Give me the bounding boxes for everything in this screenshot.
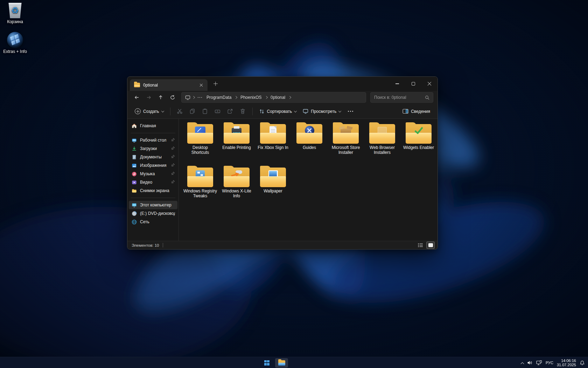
status-divider	[163, 243, 163, 247]
items-count: Элементов: 10	[132, 243, 159, 247]
screenshots-folder-icon	[131, 188, 137, 193]
speaker-icon	[527, 360, 533, 365]
explorer-window: 0ptional ProgramData PhoenixO	[127, 76, 438, 250]
maximize-button[interactable]	[405, 77, 421, 91]
volume-button[interactable]	[527, 357, 533, 368]
chevron-right-icon	[288, 96, 291, 99]
sidebar-item-videos[interactable]: Видео	[129, 178, 177, 186]
details-view-icon	[418, 243, 423, 247]
pin-icon	[171, 180, 175, 185]
share-icon	[227, 108, 233, 114]
file-tile-microsoft-store-installer[interactable]: Microsoft Store Installer	[328, 123, 364, 166]
breadcrumb-programdata[interactable]: ProgramData	[205, 94, 233, 101]
taskbar: РУС 14:06:16 31.07.2025	[0, 357, 588, 368]
close-icon	[427, 81, 432, 86]
sidebar-item-network[interactable]: Сеть	[129, 218, 177, 226]
breadcrumb-phoenixos[interactable]: PhoenixOS	[239, 94, 263, 101]
network-button[interactable]	[536, 357, 542, 368]
delete-button[interactable]	[237, 106, 249, 117]
paste-button[interactable]	[199, 106, 211, 117]
desktop-icon-label: Корзина	[0, 20, 30, 24]
this-pc-icon	[131, 202, 137, 208]
search-placeholder: Поиск в: 0ptional	[374, 95, 425, 100]
large-icons-view-toggle[interactable]	[427, 242, 434, 248]
back-button[interactable]	[131, 92, 143, 103]
sidebar-item-screenshots[interactable]: Снимки экрана	[129, 186, 177, 195]
sidebar-item-pictures[interactable]: Изображения	[129, 161, 177, 170]
search-input[interactable]: Поиск в: 0ptional	[370, 92, 433, 103]
view-button[interactable]: Просмотреть	[300, 107, 344, 116]
sidebar-item-downloads[interactable]: Загрузки	[129, 144, 177, 153]
file-tile-fix-xbox-sign-in[interactable]: Fix Xbox Sign In	[255, 123, 291, 166]
details-pane-button[interactable]: Сведения	[399, 107, 433, 116]
tab-close-icon[interactable]	[198, 82, 205, 89]
details-panel-icon	[402, 109, 408, 114]
forward-icon	[146, 95, 152, 100]
folder-icon	[369, 124, 395, 144]
details-label: Сведения	[411, 109, 430, 114]
share-button[interactable]	[224, 106, 237, 117]
desktop-icon-recycle-bin[interactable]: Корзина	[0, 3, 30, 24]
minimize-button[interactable]	[389, 77, 405, 91]
close-button[interactable]	[421, 77, 438, 91]
sidebar-item-desktop[interactable]: Рабочий стол	[129, 136, 177, 144]
notifications-button[interactable]	[580, 357, 585, 368]
file-tile-wallpaper[interactable]: Wallpaper	[255, 166, 291, 210]
pin-icon	[171, 138, 175, 143]
breadcrumb-0ptional[interactable]: 0ptional	[269, 94, 287, 101]
create-button[interactable]: Создать	[132, 106, 167, 116]
navigation-bar: ProgramData PhoenixOS 0ptional Поиск в: …	[127, 91, 438, 104]
sidebar-divider	[131, 133, 175, 133]
sidebar-item-dvd-drive[interactable]: (E:) DVD-дисковод -	[129, 209, 177, 218]
pin-icon	[171, 146, 175, 151]
file-tile-web-browser-installers[interactable]: Web Browser Installers	[364, 123, 400, 166]
tray-overflow-button[interactable]	[521, 357, 524, 368]
titlebar: 0ptional	[127, 77, 438, 91]
documents-icon	[131, 154, 137, 160]
refresh-icon	[170, 95, 175, 100]
up-button[interactable]	[155, 92, 167, 103]
folder-icon	[187, 168, 213, 187]
copy-button[interactable]	[186, 106, 199, 117]
file-list-area: Desktop Shortcuts Enable Printing Fix Xb…	[179, 119, 438, 241]
file-tile-windows-x-lite-info[interactable]: Windows X-Lite Info	[218, 166, 255, 210]
folder-icon	[260, 168, 286, 187]
refresh-button[interactable]	[167, 92, 178, 103]
forward-button[interactable]	[143, 92, 155, 103]
new-tab-button[interactable]	[211, 79, 220, 88]
sidebar-item-home[interactable]: Главная	[129, 122, 177, 130]
sort-arrows-icon	[259, 109, 265, 114]
sidebar-divider	[131, 198, 175, 198]
language-indicator[interactable]: РУС	[546, 361, 553, 365]
sidebar-item-documents[interactable]: Документы	[129, 153, 177, 161]
file-tile-windows-registry-tweaks[interactable]: Windows Registry Tweaks	[182, 166, 218, 210]
clock[interactable]: 14:06:16 31.07.2025	[557, 359, 576, 367]
folder-icon	[260, 124, 286, 144]
more-options-button[interactable]	[344, 106, 357, 117]
rename-button[interactable]: A	[211, 106, 224, 117]
file-tile-widgets-enabler[interactable]: Widgets Enabler	[400, 123, 437, 166]
file-tile-guides[interactable]: Guides	[291, 123, 328, 166]
downloads-icon	[131, 146, 137, 151]
view-label: Просмотреть	[311, 109, 336, 114]
address-bar[interactable]: ProgramData PhoenixOS 0ptional	[181, 92, 366, 103]
details-view-toggle[interactable]	[416, 242, 424, 248]
sort-button[interactable]: Сортировать	[256, 107, 300, 116]
tab-0ptional[interactable]: 0ptional	[130, 79, 208, 91]
cut-button[interactable]	[174, 106, 186, 117]
file-tile-enable-printing[interactable]: Enable Printing	[218, 123, 255, 166]
bell-icon	[580, 360, 585, 366]
file-tile-desktop-shortcuts[interactable]: Desktop Shortcuts	[182, 123, 218, 166]
green-check-overlay-icon	[414, 125, 423, 135]
start-button[interactable]	[260, 358, 273, 368]
desktop-folder-icon	[131, 137, 137, 143]
taskbar-file-explorer-button[interactable]	[275, 358, 288, 368]
network-icon	[131, 219, 137, 225]
home-icon	[131, 123, 137, 129]
rename-icon: A	[215, 108, 220, 114]
breadcrumb-ellipsis-icon[interactable]	[197, 97, 203, 98]
sidebar-item-this-pc[interactable]: Этот компьютер	[129, 201, 177, 209]
chevron-right-icon	[192, 96, 195, 99]
sidebar-item-music[interactable]: Музыка	[129, 170, 177, 178]
desktop-icon-extras-info[interactable]: Extras + Info	[0, 32, 30, 54]
